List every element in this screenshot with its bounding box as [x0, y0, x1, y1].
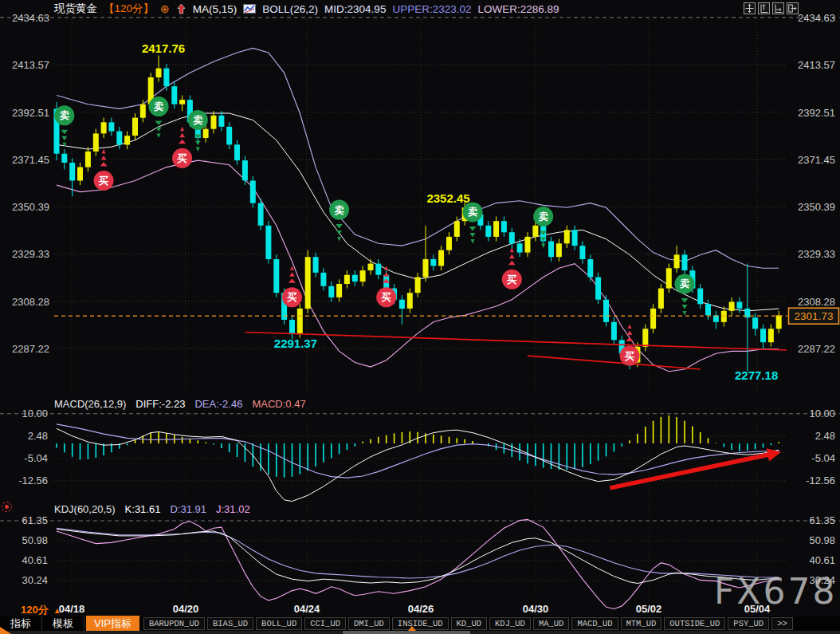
svg-text:2277.18: 2277.18 [735, 368, 778, 382]
svg-text:卖: 卖 [193, 115, 203, 126]
scrollbar-thumb[interactable] [343, 631, 470, 634]
tab-OUTSIDE_UD[interactable]: OUTSIDE_UD [664, 617, 725, 630]
svg-text:2413.57: 2413.57 [798, 59, 835, 71]
svg-text:买: 买 [625, 351, 635, 362]
tab-BARUPDN_UD[interactable]: BARUPDN_UD [143, 617, 205, 630]
buy-signal: 买 [172, 127, 192, 168]
svg-text:2308.28: 2308.28 [12, 296, 49, 308]
kdj-j-value: J:31.02 [216, 503, 250, 515]
tab-PSY_UD[interactable]: PSY_UD [728, 617, 769, 630]
kdj-d-value: D:31.91 [170, 503, 206, 515]
tab-MTM_UD[interactable]: MTM_UD [621, 617, 662, 630]
tab-KDJ_UD[interactable]: KDJ_UD [489, 617, 531, 630]
date-tick-04/18: 04/18 [59, 603, 85, 615]
axis-scale-right-icon[interactable] [772, 2, 784, 14]
svg-text:2371.45: 2371.45 [798, 154, 835, 166]
tab-CCI_UD[interactable]: CCI_UD [304, 617, 346, 630]
svg-text:61.35: 61.35 [809, 514, 835, 526]
svg-text:2308.28: 2308.28 [798, 296, 835, 308]
svg-text:2291.37: 2291.37 [274, 337, 317, 350]
date-tick-04/20: 04/20 [173, 603, 199, 615]
record-dot-icon[interactable] [2, 502, 12, 512]
boll-upper-value: UPPER:2323.02 [392, 3, 471, 15]
timeframe-label: 【120分】 [104, 2, 154, 16]
sell-signal: 卖 [329, 200, 349, 242]
trading-app: 现货黄金 【120分】 ⊕ MA(5,15) BOLL(26,2) MID:23… [0, 0, 840, 634]
svg-text:2371.45: 2371.45 [12, 154, 49, 166]
chart-line-icon[interactable] [243, 4, 256, 14]
svg-text:2392.51: 2392.51 [798, 107, 835, 119]
svg-text:10.00: 10.00 [809, 408, 835, 419]
macd-dea-value: DEA:-2.46 [194, 398, 242, 410]
kdj-k-value: K:31.61 [125, 503, 161, 515]
tab-DMI_UD[interactable]: DMI_UD [348, 617, 390, 630]
up-arrow-icon[interactable] [176, 3, 186, 14]
svg-text:2392.51: 2392.51 [12, 107, 49, 119]
tab->>[interactable]: >> [771, 617, 793, 630]
indicator-tabbar: 指标模板VIP指标BARUPDN_UDBIAS_UDBOLL_UDCCI_UDD… [0, 616, 840, 631]
bollinger-bands [57, 48, 779, 371]
svg-text:卖: 卖 [538, 211, 548, 222]
current-price-badge: 2301.73 [789, 308, 839, 324]
svg-text:2350.39: 2350.39 [12, 201, 49, 213]
trendline [245, 333, 787, 351]
svg-text:2.48: 2.48 [28, 430, 48, 442]
svg-text:2329.33: 2329.33 [12, 248, 49, 260]
svg-text:40.61: 40.61 [809, 554, 835, 566]
chart-canvas[interactable]: 2434.632434.632413.572413.572392.512392.… [0, 0, 840, 634]
svg-text:-12.56: -12.56 [806, 475, 835, 486]
scroll-position-icon [408, 626, 416, 631]
svg-text:2413.57: 2413.57 [12, 59, 49, 71]
boll-lower-value: LOWER:2286.89 [477, 3, 559, 15]
tab-BOLL_UD[interactable]: BOLL_UD [256, 617, 302, 630]
date-tick-04/26: 04/26 [408, 603, 434, 615]
tab-模板[interactable]: 模板 [42, 616, 84, 631]
axis-scale-up-icon[interactable] [758, 2, 770, 14]
tab-MA_UD[interactable]: MA_UD [533, 617, 570, 630]
buy-signal: 买 [502, 248, 522, 289]
crosshair-target-icon[interactable]: ⊕ [160, 3, 170, 14]
tab-INSIDE_UD[interactable]: INSIDE_UD [392, 617, 449, 630]
svg-text:-12.56: -12.56 [18, 475, 48, 486]
tab-VIP指标[interactable]: VIP指标 [86, 616, 139, 632]
tab-MACD_UD[interactable]: MACD_UD [571, 617, 618, 630]
timeframe-indicator[interactable]: 120分 ▲ [21, 603, 61, 617]
watermark: FX678 [714, 571, 837, 612]
boll-settings-label[interactable]: BOLL(26,2) [262, 3, 318, 15]
svg-text:50.98: 50.98 [809, 534, 835, 546]
buy-signal: 买 [282, 266, 302, 307]
svg-text:-5.04: -5.04 [811, 452, 835, 464]
macd-title: MACD(26,12,9) [54, 398, 126, 410]
macd-diff-value: DIFF:-2.23 [135, 398, 185, 410]
svg-text:2352.45: 2352.45 [426, 191, 469, 205]
svg-text:买: 买 [507, 274, 517, 285]
svg-text:买: 买 [287, 292, 297, 303]
timeframe-text: 120分 [21, 603, 49, 617]
svg-text:61.35: 61.35 [22, 514, 48, 526]
date-tick-04/24: 04/24 [294, 603, 320, 615]
svg-text:买: 买 [177, 153, 187, 164]
svg-text:2417.76: 2417.76 [142, 41, 185, 55]
kdj-lines [57, 519, 779, 608]
ma-settings-label[interactable]: MA(5,15) [193, 3, 237, 15]
macd-histogram [57, 415, 779, 478]
svg-text:-5.04: -5.04 [24, 452, 48, 464]
toolbar: 现货黄金 【120分】 ⊕ MA(5,15) BOLL(26,2) MID:23… [0, 0, 840, 18]
panel-exit-icon[interactable] [787, 2, 799, 14]
bottom-scrollbar[interactable] [0, 631, 840, 634]
svg-text:卖: 卖 [154, 101, 164, 112]
move-cross-icon[interactable] [744, 2, 756, 14]
svg-text:2329.33: 2329.33 [798, 248, 835, 260]
svg-text:2350.39: 2350.39 [798, 201, 835, 213]
svg-text:卖: 卖 [468, 207, 478, 218]
sell-signal: 卖 [149, 96, 169, 138]
svg-text:买: 买 [99, 175, 109, 187]
tab-BIAS_UD[interactable]: BIAS_UD [207, 617, 253, 630]
trendline [528, 356, 701, 369]
svg-text:2301.73: 2301.73 [795, 310, 834, 322]
date-tick-04/30: 04/30 [523, 603, 549, 615]
macd-value: MACD:0.47 [252, 398, 305, 410]
svg-text:卖: 卖 [60, 110, 70, 121]
svg-text:买: 买 [381, 292, 391, 303]
tab-KD_UD[interactable]: KD_UD [451, 617, 488, 630]
